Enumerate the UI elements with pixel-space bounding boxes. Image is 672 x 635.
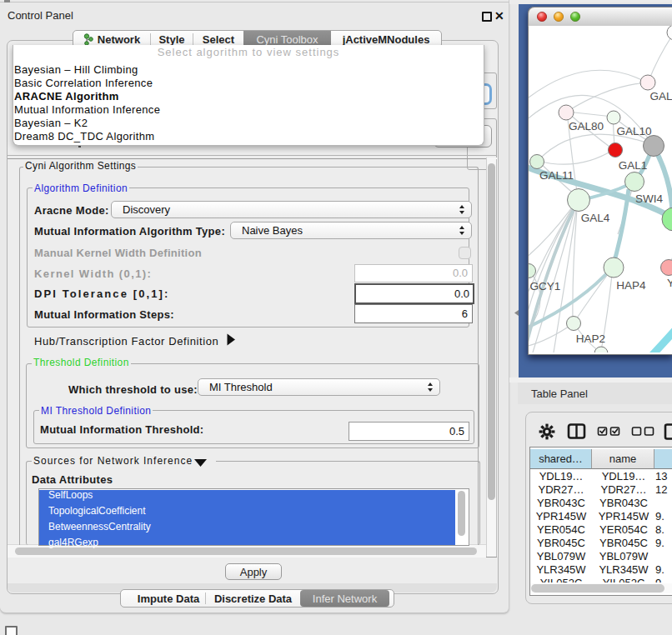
svg-text:GAL: GAL: [650, 90, 672, 102]
svg-text:GAL1: GAL1: [619, 159, 648, 172]
svg-text:HAP2: HAP2: [576, 332, 605, 345]
svg-text:GAL80: GAL80: [569, 120, 604, 132]
svg-text:GAL4: GAL4: [581, 212, 610, 224]
svg-text:GAL11: GAL11: [539, 169, 574, 182]
svg-text:Y: Y: [667, 277, 672, 289]
svg-text:HAP4: HAP4: [616, 279, 646, 292]
svg-text:GCY1: GCY1: [530, 280, 561, 292]
svg-text:SWI4: SWI4: [635, 192, 663, 205]
svg-text:GAL10: GAL10: [616, 125, 651, 138]
